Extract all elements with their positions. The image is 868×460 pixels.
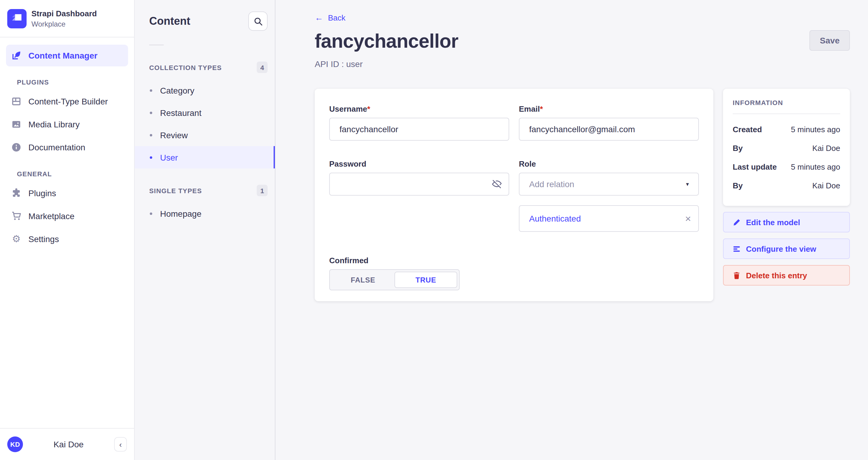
brand-title: Strapi Dashboard xyxy=(31,9,97,18)
search-icon xyxy=(253,17,262,26)
username-label: Username* xyxy=(329,104,509,113)
subnav-item-label: Category xyxy=(160,86,194,95)
configure-view-button[interactable]: Configure the view xyxy=(723,238,850,259)
page-subtitle: API ID : user xyxy=(315,59,458,69)
search-button[interactable] xyxy=(248,11,268,31)
collection-types-count: 4 xyxy=(257,62,268,73)
entry-form-card: Username* Email* Password xyxy=(315,89,713,301)
password-field: Password xyxy=(329,159,509,232)
cart-icon xyxy=(11,211,22,221)
gear-icon: ⚙ xyxy=(11,234,22,244)
collapse-sidebar-button[interactable]: ‹ xyxy=(114,437,127,452)
subnav-item-homepage[interactable]: Homepage xyxy=(135,202,275,225)
role-placeholder: Add relation xyxy=(529,179,574,189)
confirmed-true-option[interactable]: TRUE xyxy=(395,272,457,288)
information-panel: INFORMATION Created 5 minutes ago By Kai… xyxy=(723,89,850,206)
subnav-item-category[interactable]: Category xyxy=(135,79,275,101)
strapi-logo-icon xyxy=(7,9,27,28)
collection-types-label: COLLECTION TYPES xyxy=(149,64,222,71)
toggle-password-visibility-button[interactable] xyxy=(492,179,502,189)
pencil-icon xyxy=(733,218,741,226)
sidebar-item-label: Content Manager xyxy=(28,51,98,60)
bullet-icon xyxy=(150,212,152,215)
subnav-item-user[interactable]: User xyxy=(135,146,275,168)
subnav-item-review[interactable]: Review xyxy=(135,124,275,146)
subnav-item-label: Homepage xyxy=(160,208,202,218)
sidebar-item-label: Plugins xyxy=(28,188,56,198)
sidebar-item-content-manager[interactable]: Content Manager xyxy=(6,45,128,66)
bullet-icon xyxy=(150,89,152,92)
sidebar-item-marketplace[interactable]: Marketplace xyxy=(6,205,128,227)
sidebar-item-settings[interactable]: ⚙ Settings xyxy=(6,228,128,250)
quill-icon xyxy=(11,51,22,60)
eye-slash-icon xyxy=(492,179,502,189)
username-field: Username* xyxy=(329,104,509,141)
email-label: Email* xyxy=(519,104,699,113)
back-link[interactable]: ← Back xyxy=(315,13,345,22)
divider xyxy=(149,45,164,45)
delete-entry-button[interactable]: Delete this entry xyxy=(723,265,850,286)
confirmed-false-option[interactable]: FALSE xyxy=(332,272,395,288)
chevron-left-icon: ‹ xyxy=(119,440,122,449)
role-label: Role xyxy=(519,159,699,168)
sidebar-item-media-library[interactable]: Media Library xyxy=(6,113,128,135)
sidebar-item-label: Content-Type Builder xyxy=(28,97,108,106)
email-field: Email* xyxy=(519,104,699,141)
bullet-icon xyxy=(150,156,152,159)
confirmed-label: Confirmed xyxy=(329,256,699,265)
app: Strapi Dashboard Workplace Content Manag… xyxy=(0,0,868,460)
sidebar: Strapi Dashboard Workplace Content Manag… xyxy=(0,0,135,460)
subnav-item-label: Restaurant xyxy=(160,108,202,118)
relation-link[interactable]: Authenticated xyxy=(529,214,581,223)
required-asterisk: * xyxy=(367,104,370,113)
sidebar-section-plugins: PLUGINS xyxy=(17,78,128,86)
sidebar-footer: KD Kai Doe ‹ xyxy=(0,428,134,460)
single-types-label: SINGLE TYPES xyxy=(149,187,202,194)
password-input[interactable] xyxy=(329,173,509,196)
email-input[interactable] xyxy=(519,118,699,141)
remove-relation-button[interactable]: × xyxy=(685,213,691,224)
picture-icon xyxy=(11,120,22,129)
sidebar-nav: Content Manager PLUGINS Content-Type Bui… xyxy=(0,37,134,258)
save-button[interactable]: Save xyxy=(810,30,850,51)
bullet-icon xyxy=(150,134,152,136)
page-title: fancychancellor xyxy=(315,30,458,53)
brand[interactable]: Strapi Dashboard Workplace xyxy=(0,0,134,37)
username-input[interactable] xyxy=(329,118,509,141)
sidebar-item-content-type-builder[interactable]: Content-Type Builder xyxy=(6,91,128,112)
edit-model-button[interactable]: Edit the model xyxy=(723,212,850,232)
subnav-item-restaurant[interactable]: Restaurant xyxy=(135,101,275,124)
info-icon xyxy=(11,142,22,152)
role-relation-item: Authenticated × xyxy=(519,205,699,232)
sidebar-section-general: GENERAL xyxy=(17,170,128,177)
sidebar-item-documentation[interactable]: Documentation xyxy=(6,136,128,158)
sidebar-item-label: Marketplace xyxy=(28,211,74,221)
close-icon: × xyxy=(685,213,691,224)
confirmed-toggle: FALSE TRUE xyxy=(329,269,460,290)
list-lines-icon xyxy=(733,245,741,253)
subnav-item-label: User xyxy=(160,153,178,162)
trash-icon xyxy=(733,271,741,279)
layout-grid-icon xyxy=(11,97,22,106)
right-rail: INFORMATION Created 5 minutes ago By Kai… xyxy=(723,89,850,286)
information-title: INFORMATION xyxy=(733,99,840,106)
brand-subtitle: Workplace xyxy=(31,20,97,28)
sidebar-item-label: Settings xyxy=(28,234,59,244)
password-label: Password xyxy=(329,159,509,168)
info-row-created: Created 5 minutes ago xyxy=(733,125,840,134)
chevron-down-icon: ▼ xyxy=(685,182,690,187)
back-label: Back xyxy=(328,13,345,22)
sidebar-item-label: Documentation xyxy=(28,142,85,152)
role-select[interactable]: Add relation ▼ xyxy=(519,173,699,196)
sidebar-item-plugins[interactable]: Plugins xyxy=(6,182,128,204)
role-field: Role Add relation ▼ Authenticated × xyxy=(519,159,699,232)
puzzle-icon xyxy=(11,188,22,198)
main-content: ← Back fancychancellor API ID : user Sav… xyxy=(275,0,868,460)
info-row-updated-by: By Kai Doe xyxy=(733,181,840,190)
info-row-last-update: Last update 5 minutes ago xyxy=(733,162,840,171)
sidebar-item-label: Media Library xyxy=(28,120,80,129)
subnav-title: Content xyxy=(149,15,190,28)
arrow-left-icon: ← xyxy=(315,13,323,22)
avatar[interactable]: KD xyxy=(7,436,23,452)
divider xyxy=(733,113,840,114)
